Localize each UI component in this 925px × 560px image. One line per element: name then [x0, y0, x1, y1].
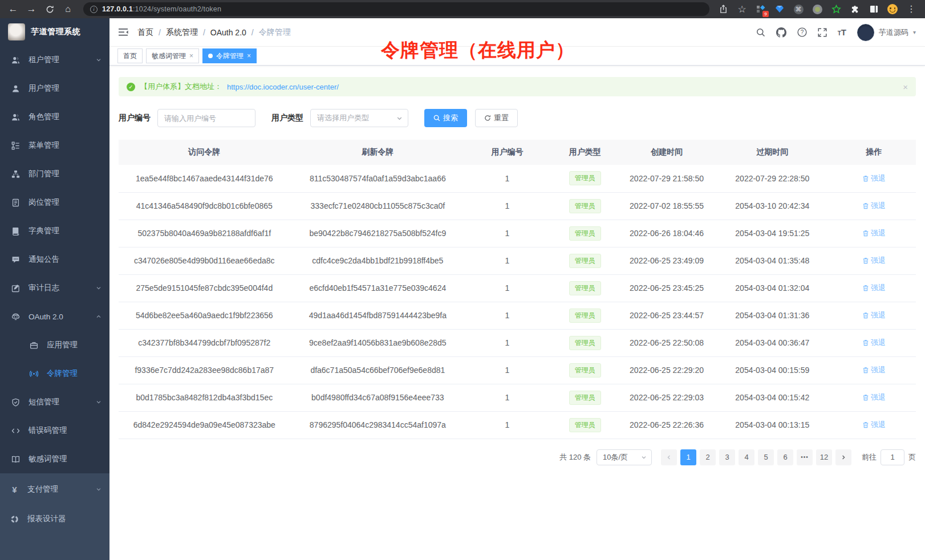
force-logout-button[interactable]: 强退: [862, 365, 886, 375]
address-bar[interactable]: i 127.0.0.1:1024/system/oauth2/token: [83, 2, 709, 16]
app-logo[interactable]: 芋道管理系统: [0, 18, 109, 46]
force-logout-button[interactable]: 强退: [862, 310, 886, 320]
cell-user-id: 1: [465, 384, 549, 411]
user-menu[interactable]: 芋道源码 ▾: [857, 24, 916, 41]
sidebar-toggle-icon[interactable]: [868, 3, 879, 15]
breadcrumb-oauth[interactable]: OAuth 2.0: [210, 28, 246, 37]
goto-page-input[interactable]: [881, 449, 904, 465]
extension-green-star-icon[interactable]: [830, 3, 842, 15]
force-logout-button[interactable]: 强退: [862, 255, 886, 266]
user-type-select[interactable]: 请选择用户类型: [310, 109, 408, 127]
share-button[interactable]: [717, 3, 729, 15]
font-size-button[interactable]: TT: [838, 27, 846, 37]
sidebar-item-label: 报表设计器: [27, 514, 66, 524]
force-logout-button[interactable]: 强退: [862, 420, 886, 430]
sidebar-item-notice[interactable]: 通知公告: [0, 245, 109, 274]
page-button-2[interactable]: 2: [700, 449, 716, 465]
extension-gem-icon[interactable]: [774, 3, 785, 15]
cell-created-at: 2022-06-25 22:26:36: [621, 411, 713, 439]
sidebar-item-user[interactable]: 用户管理: [0, 74, 109, 103]
breadcrumb-home[interactable]: 首页: [137, 27, 153, 38]
force-logout-button[interactable]: 强退: [862, 283, 886, 293]
sidebar-item-dept[interactable]: 部门管理: [0, 160, 109, 188]
smiley-face-icon: [887, 4, 898, 14]
alert-close-icon[interactable]: ×: [903, 82, 908, 92]
extension-command-icon[interactable]: ⌘: [793, 3, 804, 15]
search-button[interactable]: 搜索: [424, 109, 467, 127]
extension-recorder-icon[interactable]: [812, 3, 823, 15]
table-row: 275e5de9151045fe87cbdc395e004f4d e6cfd40…: [119, 274, 916, 302]
github-link[interactable]: [776, 27, 786, 38]
sidebar-item-dict[interactable]: 字典管理: [0, 217, 109, 245]
force-logout-button[interactable]: 强退: [862, 338, 886, 348]
page-button-1[interactable]: 1: [680, 449, 696, 465]
profile-avatar[interactable]: [887, 3, 898, 15]
user-type-tag: 管理员: [569, 309, 601, 323]
browser-menu-button[interactable]: ⋮: [906, 3, 917, 15]
pagination-next-button[interactable]: [835, 449, 851, 465]
code-icon: [11, 427, 20, 435]
extension-blocks-icon[interactable]: 9: [755, 3, 766, 15]
extension-puzzle-icon[interactable]: [849, 3, 861, 15]
sidebar-item-sensitive-word[interactable]: 敏感词管理: [0, 445, 109, 473]
chevron-down-icon: [96, 399, 102, 405]
page-button-12[interactable]: 12: [816, 449, 832, 465]
bookmark-star-button[interactable]: ☆: [736, 3, 748, 15]
header-search-button[interactable]: [756, 28, 765, 37]
col-user-id: 用户编号: [465, 140, 549, 165]
token-table-body: 1ea5e44f8bc1467aaede43144f31de76 811c530…: [119, 165, 916, 439]
tab-home[interactable]: 首页: [117, 48, 143, 63]
force-logout-button[interactable]: 强退: [862, 392, 886, 403]
close-icon[interactable]: ×: [247, 52, 251, 60]
cell-refresh-token: dfa6c71a50a54c66bef706ef9e6e8d81: [290, 356, 466, 384]
page-button-4[interactable]: 4: [739, 449, 754, 465]
page-button-5[interactable]: 5: [758, 449, 774, 465]
tab-sensitive-word[interactable]: 敏感词管理 ×: [146, 48, 199, 63]
cell-expires-at: 2054-03-04 00:15:42: [712, 384, 832, 411]
sidebar-item-label: 敏感词管理: [29, 454, 67, 464]
page-button-3[interactable]: 3: [719, 449, 735, 465]
tab-token[interactable]: 令牌管理 ×: [202, 48, 257, 63]
browser-forward-button[interactable]: →: [24, 2, 39, 17]
browser-reload-button[interactable]: [42, 2, 57, 17]
reset-button[interactable]: 重置: [475, 109, 518, 127]
pagination-prev-button[interactable]: [661, 449, 677, 465]
page-ellipsis-button[interactable]: •••: [797, 449, 813, 465]
page-button-6[interactable]: 6: [777, 449, 793, 465]
sidebar-item-report-designer[interactable]: 报表设计器: [0, 504, 109, 534]
table-header-row: 访问令牌 刷新令牌 用户编号 用户类型 创建时间 过期时间 操作: [119, 140, 916, 165]
page-size-select[interactable]: 10条/页: [597, 449, 652, 465]
sidebar-item-pay[interactable]: ¥ 支付管理: [0, 474, 109, 504]
force-logout-button[interactable]: 强退: [862, 228, 886, 238]
doc-link[interactable]: https://doc.iocoder.cn/user-center/: [227, 83, 339, 91]
cell-created-at: 2022-06-26 18:04:46: [621, 220, 713, 247]
sidebar-item-oauth-token[interactable]: 令牌管理: [0, 359, 109, 388]
sidebar-item-role[interactable]: 角色管理: [0, 103, 109, 131]
sidebar-collapse-button[interactable]: [119, 28, 128, 36]
sidebar-item-error-code[interactable]: 错误码管理: [0, 416, 109, 445]
cell-created-at: 2022-06-25 22:29:03: [621, 384, 713, 411]
site-info-icon[interactable]: i: [90, 6, 98, 13]
sidebar-item-menu[interactable]: 菜单管理: [0, 131, 109, 160]
pagination: 共 120 条 10条/页 1 2 3 4 5 6 ••• 12: [119, 449, 916, 465]
user-id-input[interactable]: [157, 109, 255, 127]
force-logout-button[interactable]: 强退: [862, 173, 886, 184]
sidebar-item-sms[interactable]: 短信管理: [0, 388, 109, 416]
close-icon[interactable]: ×: [189, 52, 193, 60]
alert-text: 【用户体系】文档地址：: [140, 82, 222, 92]
sidebar-item-oauth[interactable]: OAuth 2.0: [0, 302, 109, 331]
sidebar-item-post[interactable]: 岗位管理: [0, 188, 109, 217]
browser-home-button[interactable]: ⌂: [60, 2, 75, 17]
user-type-label: 用户类型: [271, 113, 303, 123]
browser-back-button[interactable]: ←: [6, 2, 21, 17]
cell-access-token: c347026e805e4d99b0d116eae66eda8c: [119, 247, 290, 274]
help-button[interactable]: ?: [797, 27, 807, 37]
force-logout-button[interactable]: 强退: [862, 201, 886, 211]
sidebar-item-tenant[interactable]: 租户管理: [0, 46, 109, 74]
sidebar-item-audit-log[interactable]: 审计日志: [0, 274, 109, 302]
fullscreen-button[interactable]: [818, 28, 827, 37]
force-logout-label: 强退: [871, 392, 886, 403]
breadcrumb-system[interactable]: 系统管理: [166, 27, 198, 38]
sidebar-item-oauth-app[interactable]: 应用管理: [0, 331, 109, 359]
cell-expires-at: 2054-03-04 01:32:04: [712, 274, 832, 302]
